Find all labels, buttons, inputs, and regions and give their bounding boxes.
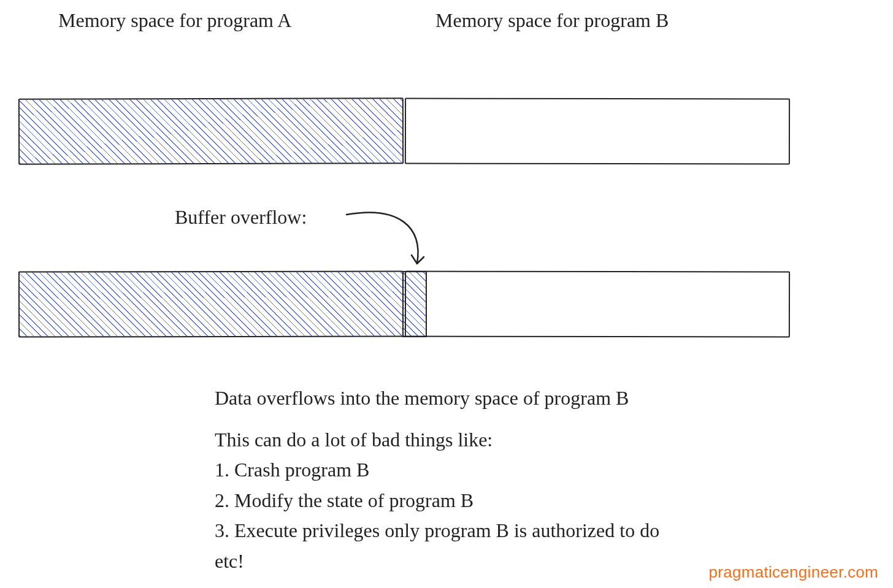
watermark: pragmaticengineer.com <box>708 563 878 582</box>
explain-line1: Data overflows into the memory space of … <box>215 383 659 414</box>
mem-a-overflow-row <box>18 270 404 337</box>
diagram-canvas: Memory space for program A Memory space … <box>0 0 893 588</box>
explain-etc: etc! <box>215 546 659 577</box>
mem-b-overflow-row <box>405 270 790 337</box>
explain-item3: 3. Execute privileges only program B is … <box>215 516 659 546</box>
explanation-text: Data overflows into the memory space of … <box>215 383 659 577</box>
explain-line2: This can do a lot of bad things like: <box>215 425 659 456</box>
explain-item2: 2. Modify the state of program B <box>215 486 659 516</box>
explain-item1: 1. Crash program B <box>215 455 659 486</box>
